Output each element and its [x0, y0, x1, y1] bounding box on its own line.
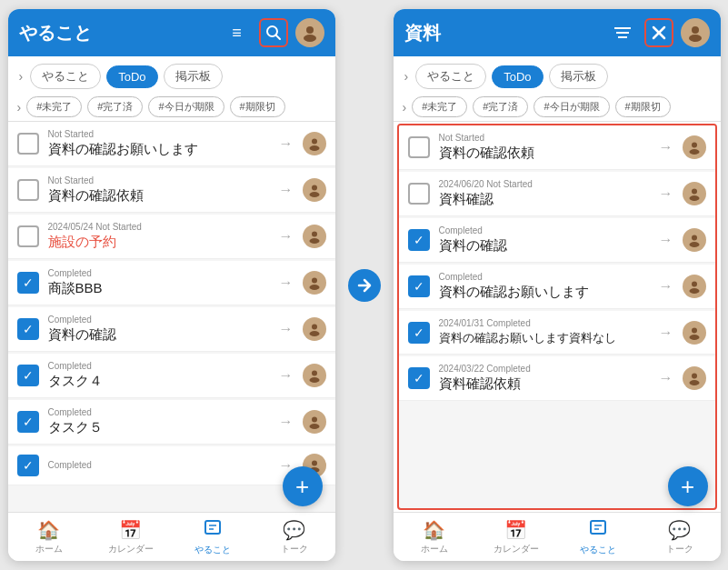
left-task-arrow-1: → — [279, 135, 294, 152]
right-tag-incomplete[interactable]: #未完了 — [412, 96, 467, 117]
left-nav-home-label: ホーム — [35, 543, 63, 555]
left-task-arrow-5: → — [279, 321, 294, 337]
left-tab-keijiban[interactable]: 掲示板 — [164, 64, 223, 89]
left-filter-icon[interactable]: ≡ — [223, 18, 252, 47]
left-checkbox-2[interactable] — [17, 179, 39, 201]
right-task-5[interactable]: ✓ 2024/01/31 Completed 資料の確認お願いします資料なし → — [399, 311, 715, 355]
svg-point-4 — [312, 139, 317, 145]
left-talk-icon: 💬 — [283, 519, 305, 541]
right-task-arrow-4: → — [659, 278, 673, 295]
right-task-title-1: 資料の確認依頼 — [439, 145, 650, 162]
right-task-meta-2: 2024/06/20 Not Started — [439, 179, 650, 189]
right-filter-expand-icon[interactable]: › — [403, 100, 407, 115]
right-checkbox-3[interactable]: ✓ — [408, 229, 430, 251]
right-task-meta-3: Completed — [439, 225, 650, 235]
left-nav-calendar[interactable]: 📅 カレンダー — [90, 513, 172, 561]
left-task-7[interactable]: ✓ Completed タスク５ → — [8, 400, 335, 445]
right-task-4[interactable]: ✓ Completed 資料の確認お願いします → — [399, 265, 715, 309]
right-task-content-1: Not Started 資料の確認依頼 — [439, 133, 650, 162]
left-nav-home[interactable]: 🏠 ホーム — [8, 513, 90, 561]
left-avatar[interactable] — [295, 18, 324, 47]
right-tag-completed[interactable]: #完了済 — [473, 96, 528, 117]
svg-point-17 — [309, 424, 319, 429]
left-checkbox-3[interactable] — [17, 225, 39, 247]
left-fab[interactable]: + — [283, 466, 323, 506]
right-checkbox-2[interactable] — [408, 183, 430, 205]
right-filter-tags: › #未完了 #完了済 #今日が期限 #期限切 — [394, 93, 721, 122]
left-filter-expand-icon[interactable]: › — [17, 100, 22, 115]
left-search-icon[interactable] — [259, 18, 288, 47]
right-task-2[interactable]: 2024/06/20 Not Started 資料確認 → — [399, 172, 715, 216]
right-checkbox-4[interactable]: ✓ — [408, 275, 430, 297]
svg-point-6 — [312, 185, 317, 191]
left-tag-today[interactable]: #今日が期限 — [148, 96, 224, 117]
left-task-content-4: Completed 商談BBB — [48, 268, 270, 297]
left-tag-completed[interactable]: #完了済 — [87, 96, 143, 117]
left-task-meta-8: Completed — [48, 460, 270, 470]
right-tab-todo[interactable]: ToDo — [492, 65, 543, 88]
left-task-meta-2: Not Started — [48, 175, 270, 185]
right-nav-talk[interactable]: 💬 トーク — [639, 513, 721, 561]
right-checkbox-5[interactable]: ✓ — [408, 322, 430, 344]
right-fab[interactable]: + — [668, 466, 708, 506]
right-task-avatar-4 — [683, 275, 706, 298]
right-task-arrow-2: → — [659, 185, 673, 202]
left-task-5[interactable]: ✓ Completed 資料の確認 → — [8, 307, 335, 352]
left-checkbox-5[interactable]: ✓ — [17, 318, 39, 340]
left-checkbox-4[interactable]: ✓ — [17, 272, 39, 294]
right-nav-calendar[interactable]: 📅 カレンダー — [475, 513, 557, 561]
right-avatar[interactable] — [681, 18, 710, 47]
right-task-3[interactable]: ✓ Completed 資料の確認 → — [399, 218, 715, 263]
right-tag-today[interactable]: #今日が期限 — [534, 96, 609, 117]
svg-point-40 — [689, 335, 699, 340]
right-checkbox-1[interactable] — [408, 136, 430, 158]
svg-point-34 — [689, 195, 699, 201]
left-nav-todo[interactable]: やること — [172, 513, 254, 561]
left-task-4[interactable]: ✓ Completed 商談BBB → — [8, 261, 335, 305]
right-tab-keijiban[interactable]: 掲示板 — [549, 64, 608, 89]
left-tabs: › やること ToDo 掲示板 — [8, 56, 335, 93]
left-title: やること — [19, 21, 92, 45]
left-filter-tags: › #未完了 #完了済 #今日が期限 #期限切 — [8, 93, 335, 122]
right-nav-todo[interactable]: やること — [557, 513, 639, 561]
left-task-6[interactable]: ✓ Completed タスク４ → — [8, 354, 335, 398]
svg-point-3 — [304, 35, 316, 42]
left-task-1[interactable]: Not Started 資料の確認お願いします → — [8, 122, 335, 166]
left-task-2[interactable]: Not Started 資料の確認依頼 → — [8, 168, 335, 213]
svg-point-14 — [312, 371, 317, 376]
right-task-arrow-6: → — [659, 370, 673, 386]
right-nav-home-label: ホーム — [421, 543, 448, 555]
left-task-title-3: 施設の予約 — [48, 234, 270, 251]
left-checkbox-6[interactable]: ✓ — [17, 365, 39, 386]
svg-point-7 — [309, 192, 319, 197]
right-tab-expand[interactable]: › — [403, 69, 411, 84]
left-checkbox-7[interactable]: ✓ — [17, 411, 39, 433]
svg-point-9 — [309, 238, 319, 244]
left-tag-incomplete[interactable]: #未完了 — [26, 96, 82, 117]
svg-point-39 — [692, 327, 697, 333]
left-tab-yarukoto[interactable]: やること — [30, 64, 101, 89]
left-task-avatar-3 — [303, 225, 326, 248]
left-task-content-5: Completed 資料の確認 — [48, 315, 270, 344]
right-nav-home[interactable]: 🏠 ホーム — [394, 513, 475, 561]
right-tag-expired[interactable]: #期限切 — [615, 96, 671, 117]
svg-point-10 — [312, 278, 317, 284]
left-tag-expired[interactable]: #期限切 — [230, 96, 285, 117]
left-task-content-6: Completed タスク４ — [48, 361, 270, 390]
right-checkbox-6[interactable]: ✓ — [408, 367, 430, 389]
left-task-list: Not Started 資料の確認お願いします → Not Started 資料… — [8, 122, 335, 512]
right-close-icon[interactable] — [644, 18, 673, 47]
left-tab-expand[interactable]: › — [17, 69, 25, 84]
svg-point-18 — [312, 461, 317, 466]
right-filter-icon[interactable] — [608, 18, 637, 47]
svg-point-11 — [309, 285, 319, 290]
svg-point-30 — [689, 35, 702, 42]
right-task-1[interactable]: Not Started 資料の確認依頼 → — [399, 125, 715, 170]
left-nav-talk[interactable]: 💬 トーク — [254, 513, 335, 561]
right-tab-yarukoto[interactable]: やること — [415, 64, 486, 89]
left-checkbox-8[interactable]: ✓ — [17, 455, 39, 476]
left-checkbox-1[interactable] — [17, 133, 39, 155]
left-tab-todo[interactable]: ToDo — [106, 65, 157, 88]
left-task-3[interactable]: 2024/05/24 Not Started 施設の予約 → — [8, 215, 335, 259]
right-task-6[interactable]: ✓ 2024/03/22 Completed 資料確認依頼 → — [399, 356, 715, 401]
